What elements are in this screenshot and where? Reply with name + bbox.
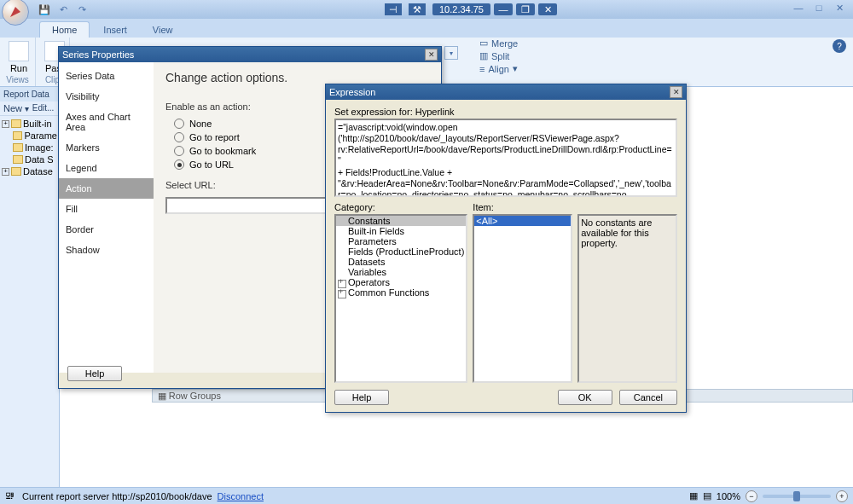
tree-item-datasets[interactable]: +Datase bbox=[2, 165, 57, 177]
tree-item-images[interactable]: Image: bbox=[2, 142, 57, 154]
help-icon[interactable]: ? bbox=[833, 39, 846, 53]
help-button[interactable]: Help bbox=[334, 390, 389, 405]
edit-button[interactable]: Edit... bbox=[32, 103, 55, 113]
tab-insert[interactable]: Insert bbox=[91, 22, 139, 38]
help-button[interactable]: Help bbox=[67, 366, 122, 381]
cat-operators[interactable]: Operators bbox=[336, 277, 466, 287]
folder-icon bbox=[11, 119, 21, 128]
remote-close-icon[interactable]: ✕ bbox=[538, 3, 557, 15]
remote-restore-icon[interactable]: ❐ bbox=[516, 3, 535, 15]
tab-view[interactable]: View bbox=[141, 22, 185, 38]
chevron-down-icon[interactable]: ▾ bbox=[444, 46, 458, 60]
nav-markers[interactable]: Markers bbox=[59, 137, 154, 158]
dialog-title-bar[interactable]: Series Properties ✕ bbox=[59, 47, 441, 62]
description-box: No constants are available for this prop… bbox=[577, 214, 677, 383]
run-button[interactable]: Run bbox=[5, 39, 32, 75]
expand-icon[interactable]: + bbox=[2, 120, 9, 128]
remote-title: 10.2.34.75 bbox=[432, 3, 490, 15]
folder-icon bbox=[11, 167, 21, 176]
redo-icon[interactable]: ↷ bbox=[75, 3, 89, 16]
dialog-title-bar[interactable]: Expression ✕ bbox=[326, 84, 686, 100]
disconnect-link[interactable]: Disconnect bbox=[218, 491, 264, 501]
status-label: Current report server http://sp2010/book… bbox=[22, 491, 212, 501]
remote-minimize-icon[interactable]: — bbox=[494, 3, 513, 15]
dialog-nav: Series Data Visibility Axes and Chart Ar… bbox=[59, 62, 154, 373]
action-heading: Change action options. bbox=[165, 71, 429, 84]
expression-dialog: Expression ✕ Set expression for: Hyperli… bbox=[325, 84, 687, 413]
cat-common-functions[interactable]: Common Functions bbox=[336, 287, 466, 298]
nav-shadow[interactable]: Shadow bbox=[59, 240, 154, 260]
run-icon bbox=[9, 41, 29, 61]
close-icon[interactable]: ✕ bbox=[425, 49, 438, 61]
nav-fill[interactable]: Fill bbox=[59, 199, 154, 219]
cat-datasets[interactable]: Datasets bbox=[336, 257, 466, 267]
expand-icon[interactable]: + bbox=[2, 168, 9, 176]
set-expression-label: Set expression for: Hyperlink bbox=[334, 107, 677, 117]
tab-home[interactable]: Home bbox=[39, 21, 90, 38]
merge-button[interactable]: ▭Merge bbox=[479, 38, 518, 49]
cancel-button[interactable]: Cancel bbox=[619, 390, 677, 405]
merge-icon: ▭ bbox=[479, 38, 488, 49]
save-icon[interactable]: 💾 bbox=[38, 3, 51, 16]
item-label: Item: bbox=[473, 202, 572, 212]
close-icon[interactable]: ✕ bbox=[831, 2, 848, 14]
folder-icon bbox=[13, 155, 23, 164]
tree-item-builtin[interactable]: +Built-in bbox=[2, 118, 57, 130]
category-label: Category: bbox=[334, 202, 467, 212]
report-data-panel: Report Data New ▾ Edit... +Built-in Para… bbox=[0, 87, 60, 487]
cat-builtin[interactable]: Built-in Fields bbox=[336, 226, 466, 236]
expression-textarea[interactable] bbox=[334, 119, 677, 197]
nav-visibility[interactable]: Visibility bbox=[59, 86, 154, 107]
close-icon[interactable]: ✕ bbox=[670, 86, 682, 98]
ok-button[interactable]: OK bbox=[558, 390, 612, 405]
nav-action[interactable]: Action bbox=[59, 178, 154, 199]
title-bar: 💾 ↶ ↷ ⊣ ⚒ 10.2.34.75 — ❐ ✕ — □ ✕ bbox=[0, 0, 853, 19]
cat-parameters[interactable]: Parameters bbox=[336, 236, 466, 246]
category-list[interactable]: Constants Built-in Fields Parameters Fie… bbox=[334, 214, 467, 383]
folder-icon bbox=[13, 131, 23, 140]
report-data-title: Report Data bbox=[0, 87, 59, 101]
server-icon: 🖳 bbox=[5, 490, 17, 502]
tree-item-parameters[interactable]: Parame bbox=[2, 130, 57, 142]
cat-fields[interactable]: Fields (ProductLineProduct) bbox=[336, 246, 466, 257]
grid-icon: ▦ bbox=[158, 391, 166, 401]
dialog-title: Series Properties bbox=[62, 49, 134, 60]
minimize-icon[interactable]: — bbox=[790, 2, 807, 14]
zoom-thumb[interactable] bbox=[793, 491, 800, 501]
folder-icon bbox=[13, 143, 23, 152]
app-logo-icon bbox=[9, 5, 22, 19]
views-group-label: Views bbox=[5, 75, 30, 84]
design-mode-icon[interactable]: ▦ bbox=[689, 490, 698, 501]
nav-border[interactable]: Border bbox=[59, 219, 154, 240]
maximize-icon[interactable]: □ bbox=[810, 2, 827, 14]
tree-item-datasources[interactable]: Data S bbox=[2, 154, 57, 165]
chevron-down-icon: ▾ bbox=[513, 63, 518, 74]
nav-axes[interactable]: Axes and Chart Area bbox=[59, 107, 154, 137]
split-button[interactable]: ▥Split bbox=[479, 50, 518, 61]
split-icon: ▥ bbox=[479, 50, 488, 61]
new-button[interactable]: New ▾ bbox=[3, 103, 29, 113]
align-button[interactable]: ≡Align ▾ bbox=[479, 63, 518, 74]
zoom-out-button[interactable]: − bbox=[746, 490, 757, 502]
nav-series-data[interactable]: Series Data bbox=[59, 66, 154, 86]
zoom-slider[interactable] bbox=[763, 495, 831, 498]
align-icon: ≡ bbox=[479, 64, 485, 74]
undo-icon[interactable]: ↶ bbox=[56, 3, 70, 16]
preview-mode-icon[interactable]: ▤ bbox=[703, 490, 711, 501]
ribbon-tabs: Home Insert View bbox=[0, 19, 853, 38]
quick-access-toolbar: 💾 ↶ ↷ bbox=[38, 3, 89, 16]
cat-variables[interactable]: Variables bbox=[336, 267, 466, 277]
dialog-title: Expression bbox=[329, 87, 375, 97]
tools-icon[interactable]: ⚒ bbox=[409, 3, 426, 15]
nav-legend[interactable]: Legend bbox=[59, 158, 154, 178]
item-list[interactable]: <All> bbox=[473, 214, 572, 383]
status-bar: 🖳 Current report server http://sp2010/bo… bbox=[0, 487, 853, 504]
item-all[interactable]: <All> bbox=[474, 216, 571, 226]
zoom-label: 100% bbox=[717, 491, 740, 501]
pin-icon[interactable]: ⊣ bbox=[385, 3, 402, 15]
zoom-in-button[interactable]: + bbox=[836, 490, 848, 502]
cat-constants[interactable]: Constants bbox=[336, 216, 466, 226]
